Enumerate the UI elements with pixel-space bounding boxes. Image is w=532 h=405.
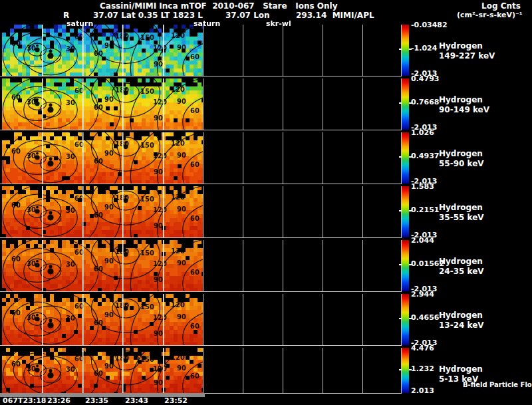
colorbar-row-1 (402, 25, 409, 76)
heatmap-row-5-24-35-keV (2, 240, 203, 291)
energy-range-label: 90-149 keV (439, 106, 489, 114)
saturn-tag-2: saturn (194, 20, 220, 28)
heatmap-row-1-149-227-keV (2, 25, 203, 76)
no-data-region-row-6 (203, 294, 402, 345)
energy-range-label: 149-227 keV (439, 52, 495, 61)
mimi-inca-display: Cassini/MIMI Inca mTOF 2010-067 Stare Io… (0, 0, 532, 405)
no-data-region-row-3 (203, 132, 402, 184)
heatmap-row-6-13-24-keV (2, 294, 203, 345)
species-label: Hydrogen (439, 203, 483, 212)
colorbar-max-label: 2.044 (411, 237, 434, 245)
longitude-readout: 37.07 Lon (225, 11, 270, 20)
row-separator (0, 291, 402, 292)
energy-range-label: 24-35 keV (439, 267, 484, 276)
row-separator (0, 76, 402, 76)
time-tick-3: 23:35 (85, 397, 108, 405)
heatmap-row-2-90-149-keV (2, 78, 203, 130)
time-tick-1: 067T23:18 (3, 397, 46, 405)
energy-range-label: 13-24 keV (439, 321, 484, 330)
row-separator (0, 130, 402, 130)
species-label: Hydrogen (439, 42, 483, 51)
no-data-region-row-5 (203, 240, 402, 291)
colorbar-mid-label: 1.232 (411, 365, 434, 373)
time-tick-2: 23:26 (47, 397, 70, 405)
colorbar-mid-label: 0.4656 (411, 314, 439, 322)
colorbar-max-label: 2.944 (411, 291, 434, 299)
no-data-region-row-4 (203, 186, 402, 237)
colorbar-max-label: 0.4793 (411, 75, 439, 83)
row-separator (0, 237, 402, 238)
colorbar-max-label: 1.026 (411, 129, 434, 137)
row-separator (0, 184, 402, 184)
skr-mimi-readout: 293.14 MIMI/APL (296, 11, 374, 20)
colorbar-max-label: -0.03482 (411, 21, 448, 29)
colorbar-min-label: 2.013 (411, 387, 434, 395)
colorbar-mid-label: -1.024 (411, 45, 437, 53)
colorbar-max-label: 1.583 (411, 183, 434, 191)
colorbar-row-3 (402, 132, 409, 184)
page-title: Cassini/MIMI Inca mTOF 2010-067 Stare Io… (100, 2, 337, 11)
species-label: Hydrogen (439, 311, 483, 320)
heatmap-row-3-55-90-keV (2, 132, 203, 184)
colorbar-row-4 (402, 186, 409, 237)
species-label: Hydrogen (439, 96, 483, 104)
row-separator (0, 345, 402, 346)
colorbar-mid-label: 0.7668 (411, 98, 439, 106)
colorbar-units-title: Log Cnts (481, 2, 521, 11)
time-tick-5: 23:52 (164, 397, 188, 405)
colorbar-units-sub: (cm²-sr-s-keV)⁻¹ (457, 11, 523, 19)
skr-wl-tag: skr-wl (266, 20, 291, 28)
colorbar-row-6 (402, 294, 409, 345)
species-label: Hydrogen (439, 150, 483, 158)
time-tick-4: 23:43 (125, 397, 148, 405)
heatmap-row-7-5-13-keV (2, 348, 203, 393)
heatmap-row-4-35-55-keV (2, 186, 203, 237)
colorbar-max-label: 4.476 (411, 344, 434, 352)
time-axis-bar (0, 393, 205, 397)
no-data-region-row-7 (203, 348, 402, 393)
colorbar-row-5 (402, 240, 409, 291)
saturn-tag-1: saturn (66, 20, 93, 28)
no-data-region-row-1 (203, 25, 402, 76)
energy-range-label: 35-55 keV (439, 213, 484, 222)
bfield-particle-flow-label: B-field Particle Flow (463, 381, 532, 388)
species-label: Hydrogen (439, 365, 483, 374)
colorbar-row-7 (402, 348, 409, 393)
lat-lt-l-readout: 37.07 Lat 0.35 LT 1823 L (93, 11, 203, 20)
colorbar-row-2 (402, 78, 409, 130)
colorbar-mid-label: 0.4937 (411, 152, 439, 160)
species-label: Hydrogen (439, 257, 483, 266)
colorbar-mid-label: 0.2151 (411, 206, 439, 214)
energy-range-label: 55-90 keV (439, 160, 484, 168)
no-data-region-row-2 (203, 78, 402, 130)
